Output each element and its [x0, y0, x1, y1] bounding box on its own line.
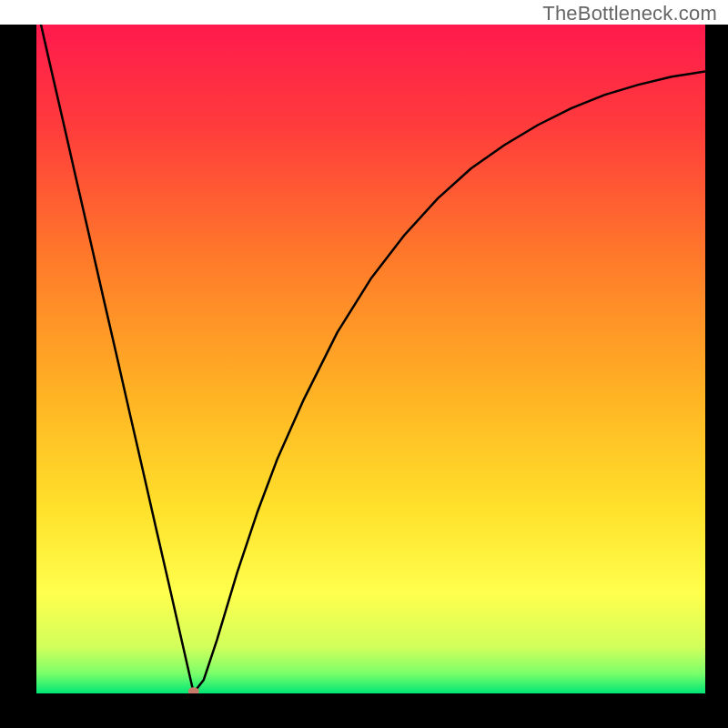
- frame-right: [705, 25, 728, 728]
- frame-bottom: [0, 693, 728, 728]
- frame-left: [0, 25, 36, 728]
- watermark-text: TheBottleneck.com: [542, 2, 717, 25]
- chart-container: TheBottleneck.com: [0, 0, 728, 728]
- chart-svg: [0, 0, 728, 728]
- chart-background: [36, 25, 705, 693]
